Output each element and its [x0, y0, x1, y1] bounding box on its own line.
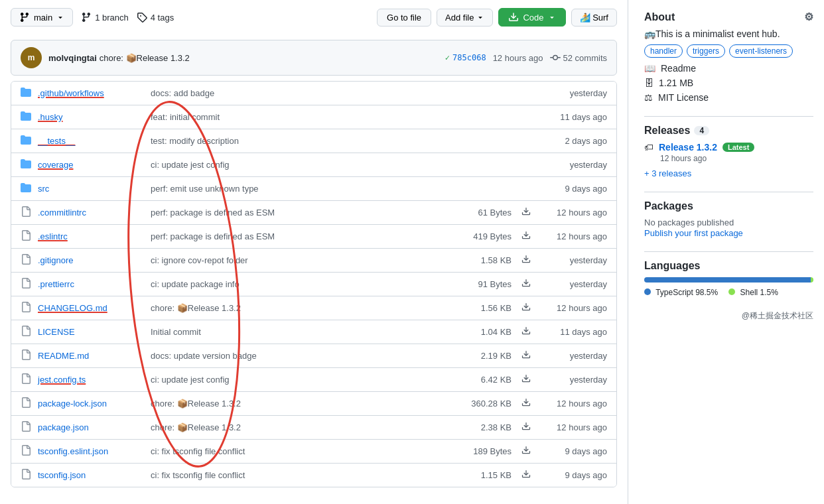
file-commit-message: test: modify description	[151, 136, 449, 146]
file-commit-message: perf: package is defined as ESM	[151, 208, 452, 218]
table-row: LICENSEInitial commit1.04 KB11 days ago	[11, 320, 616, 344]
file-name[interactable]: src	[38, 184, 144, 194]
table-row: .eslintrcperf: package is defined as ESM…	[11, 225, 616, 249]
download-icon[interactable]	[518, 302, 534, 314]
file-commit-message: feat: initial commit	[151, 112, 449, 122]
scale-icon: ⚖	[644, 92, 653, 103]
add-file-button[interactable]: Add file	[437, 9, 493, 27]
file-name[interactable]: tsconfig.json	[38, 470, 144, 480]
file-commit-message: ci: fix tsconfig file conflict	[151, 446, 452, 456]
commit-hash[interactable]: ✓ 785c068	[445, 53, 486, 62]
file-name[interactable]: CHANGELOG.md	[38, 303, 144, 313]
file-icon	[21, 302, 31, 314]
commits-count-link[interactable]: 52 commits	[550, 52, 607, 63]
check-icon: ✓	[445, 53, 450, 62]
file-name[interactable]: __tests__	[38, 136, 144, 146]
commit-author[interactable]: molvqingtai	[48, 53, 97, 63]
download-icon[interactable]	[518, 470, 534, 481]
file-commit-message: perf: package is defined as ESM	[151, 231, 452, 241]
file-size: 91 Bytes	[458, 279, 512, 289]
file-size: 419 Bytes	[458, 231, 512, 241]
release-name[interactable]: Release 1.3.2	[659, 142, 717, 153]
surf-button[interactable]: 🏄 Surf	[571, 9, 617, 27]
download-icon[interactable]	[518, 231, 534, 242]
download-icon[interactable]	[518, 422, 534, 433]
size-info: 🗄 1.21 MB	[644, 78, 813, 88]
download-icon[interactable]	[518, 446, 534, 457]
branch-selector[interactable]: main	[11, 8, 73, 27]
download-icon[interactable]	[518, 350, 534, 361]
file-icon	[21, 230, 31, 243]
table-row: CHANGELOG.mdchore: 📦Release 1.3.21.56 KB…	[11, 296, 616, 320]
more-releases-link[interactable]: + 3 releases	[644, 168, 813, 178]
file-name[interactable]: README.md	[38, 351, 144, 361]
file-size: 1.58 KB	[458, 255, 512, 265]
file-icon	[21, 206, 31, 219]
file-name[interactable]: .husky	[38, 112, 144, 122]
file-name[interactable]: package.json	[38, 422, 144, 432]
folder-icon	[21, 87, 31, 99]
code-button[interactable]: Code	[498, 8, 565, 27]
gear-icon[interactable]: ⚙	[804, 11, 813, 23]
table-row: README.mddocs: update version badge2.19 …	[11, 344, 616, 368]
file-icon	[21, 397, 31, 410]
file-name[interactable]: .prettierrc	[38, 279, 144, 289]
file-size: 1.15 KB	[458, 470, 512, 480]
table-row: srcperf: emit use unknown type9 days ago	[11, 177, 616, 201]
table-row: .github/workflowsdocs: add badgeyesterda…	[11, 82, 616, 105]
download-icon[interactable]	[518, 279, 534, 290]
shell-bar	[811, 277, 813, 283]
toolbar-right: Go to file Add file Code 🏄 Surf	[377, 8, 617, 27]
file-name[interactable]: tsconfig.eslint.json	[38, 446, 144, 456]
typescript-legend: TypeScript 98.5%	[644, 288, 718, 297]
database-icon: 🗄	[644, 78, 653, 88]
branch-count-link[interactable]: 1 branch	[81, 12, 129, 23]
file-name[interactable]: .commitlintrc	[38, 208, 144, 218]
tag-event-listeners[interactable]: event-listeners	[729, 44, 793, 58]
file-name[interactable]: coverage	[38, 160, 144, 170]
download-icon[interactable]	[518, 374, 534, 385]
download-icon[interactable]	[518, 398, 534, 409]
download-icon[interactable]	[518, 207, 534, 218]
file-commit-message: docs: add badge	[151, 88, 449, 98]
file-name[interactable]: .github/workflows	[38, 88, 144, 98]
toolbar-left: main 1 branch 4 tags	[11, 8, 174, 27]
file-table: .github/workflowsdocs: add badgeyesterda…	[11, 81, 617, 487]
download-icon[interactable]	[518, 255, 534, 266]
publish-package-link[interactable]: Publish your first package	[644, 228, 743, 238]
file-name[interactable]: package-lock.json	[38, 399, 144, 409]
download-icon[interactable]	[518, 326, 534, 338]
packages-title: Packages	[644, 200, 813, 212]
table-row: tsconfig.jsonci: fix tsconfig file confl…	[11, 464, 616, 487]
no-packages-text: No packages published	[644, 218, 813, 227]
go-to-file-button[interactable]: Go to file	[377, 9, 431, 27]
table-row: .commitlintrcperf: package is defined as…	[11, 201, 616, 225]
file-size: 61 Bytes	[458, 208, 512, 218]
tag-count: 4 tags	[151, 13, 174, 23]
license-link[interactable]: ⚖ MIT License	[644, 92, 813, 103]
file-name[interactable]: LICENSE	[38, 327, 144, 337]
tag-handler[interactable]: handler	[644, 44, 683, 58]
table-row: package.jsonchore: 📦Release 1.3.22.38 KB…	[11, 416, 616, 440]
file-name[interactable]: .gitignore	[38, 255, 144, 265]
file-name[interactable]: jest.config.ts	[38, 375, 144, 385]
file-time: 12 hours ago	[541, 422, 607, 432]
table-row: coverageci: update jest configyesterday	[11, 153, 616, 177]
readme-link[interactable]: 📖 Readme	[644, 63, 813, 74]
file-size: 1.56 KB	[458, 303, 512, 313]
file-name[interactable]: .eslintrc	[38, 231, 144, 241]
file-time: yesterday	[541, 279, 607, 289]
tag-count-link[interactable]: 4 tags	[137, 12, 174, 23]
folder-icon	[21, 158, 31, 171]
sidebar: About ⚙ 🚌This is a minimalist event hub.…	[628, 0, 824, 504]
typescript-bar	[644, 277, 811, 283]
file-time: 12 hours ago	[541, 303, 607, 313]
file-commit-message: docs: update version badge	[151, 351, 452, 361]
commit-message: chore: 📦Release 1.3.2	[100, 53, 190, 63]
tag-triggers[interactable]: triggers	[687, 44, 725, 58]
releases-title: Releases	[644, 125, 690, 137]
file-icon	[21, 254, 31, 267]
file-icon	[21, 278, 31, 290]
file-icon	[21, 373, 31, 386]
file-size: 2.19 KB	[458, 351, 512, 361]
